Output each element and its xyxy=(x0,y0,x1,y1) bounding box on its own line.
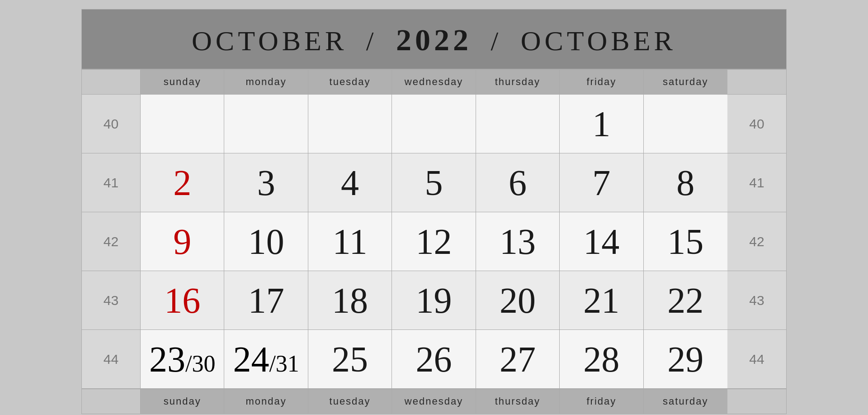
col-header-friday: friday xyxy=(560,70,643,95)
corner-empty-tl xyxy=(82,70,141,95)
footer-friday: friday xyxy=(560,389,643,414)
footer-saturday: saturday xyxy=(644,389,727,414)
day-cell-22: 22 xyxy=(644,271,727,330)
day-cell-20: 20 xyxy=(476,271,560,330)
header-title: OCTOBER / 2022 / OCTOBER xyxy=(192,22,676,58)
day-cell-4: 4 xyxy=(308,153,392,212)
day-cell-15: 15 xyxy=(644,212,727,271)
day-cell-16: 16 xyxy=(141,271,224,330)
left-month: OCTOBER xyxy=(192,25,347,56)
day-cell-empty-4: · xyxy=(392,95,476,153)
week-num-43-right: 43 xyxy=(727,271,786,330)
footer-monday: monday xyxy=(224,389,308,414)
double-date-24-31: 24 / 31 xyxy=(233,341,299,377)
day-cell-empty-3: · xyxy=(308,95,392,153)
calendar-header: OCTOBER / 2022 / OCTOBER xyxy=(82,10,786,70)
day-cell-5: 5 xyxy=(392,153,476,212)
calendar: OCTOBER / 2022 / OCTOBER sunday monday t… xyxy=(81,9,787,414)
day-cell-9: 9 xyxy=(141,212,224,271)
day-cell-empty-1: · xyxy=(141,95,224,153)
slash1: / xyxy=(366,26,377,56)
sub-date-31-slash: / xyxy=(269,352,275,376)
double-date-23-30: 23 / 30 xyxy=(149,341,215,377)
day-cell-3: 3 xyxy=(224,153,308,212)
calendar-wrapper: OCTOBER / 2022 / OCTOBER sunday monday t… xyxy=(72,0,796,415)
sub-date-30: / xyxy=(185,352,192,376)
week-num-42: 42 xyxy=(82,212,141,271)
footer-thursday: thursday xyxy=(476,389,560,414)
day-cell-empty-2: · xyxy=(224,95,308,153)
day-cell-28: 28 xyxy=(560,330,643,389)
day-cell-24-31: 24 / 31 xyxy=(224,330,308,389)
day-cell-12: 12 xyxy=(392,212,476,271)
day-cell-6: 6 xyxy=(476,153,560,212)
week-num-40-right: 40 xyxy=(727,95,786,153)
day-cell-18: 18 xyxy=(308,271,392,330)
day-cell-13: 13 xyxy=(476,212,560,271)
week-num-43: 43 xyxy=(82,271,141,330)
corner-empty-br xyxy=(727,389,786,414)
day-cell-27: 27 xyxy=(476,330,560,389)
week-num-44-right: 44 xyxy=(727,330,786,389)
col-header-sunday: sunday xyxy=(141,70,224,95)
day-cell-empty-6: · xyxy=(644,95,727,153)
footer-sunday: sunday xyxy=(141,389,224,414)
day-cell-11: 11 xyxy=(308,212,392,271)
day-cell-21: 21 xyxy=(560,271,643,330)
footer-tuesday: tuesday xyxy=(308,389,392,414)
day-cell-19: 19 xyxy=(392,271,476,330)
day-cell-14: 14 xyxy=(560,212,643,271)
calendar-grid: sunday monday tuesday wednesday thursday… xyxy=(82,70,786,414)
day-cell-1: 1 xyxy=(560,95,643,153)
day-cell-26: 26 xyxy=(392,330,476,389)
day-cell-8: 8 xyxy=(644,153,727,212)
day-cell-17: 17 xyxy=(224,271,308,330)
week-num-44: 44 xyxy=(82,330,141,389)
right-month: OCTOBER xyxy=(521,25,676,56)
slash2: / xyxy=(491,26,502,56)
corner-empty-bl xyxy=(82,389,141,414)
col-header-thursday: thursday xyxy=(476,70,560,95)
day-cell-29: 29 xyxy=(644,330,727,389)
corner-empty-tr xyxy=(727,70,786,95)
year: 2022 xyxy=(396,23,472,57)
day-cell-empty-5: · xyxy=(476,95,560,153)
day-cell-10: 10 xyxy=(224,212,308,271)
day-cell-25: 25 xyxy=(308,330,392,389)
week-num-41-right: 41 xyxy=(727,153,786,212)
day-cell-7: 7 xyxy=(560,153,643,212)
day-cell-23-30: 23 / 30 xyxy=(141,330,224,389)
col-header-monday: monday xyxy=(224,70,308,95)
col-header-wednesday: wednesday xyxy=(392,70,476,95)
day-cell-2: 2 xyxy=(141,153,224,212)
week-num-41: 41 xyxy=(82,153,141,212)
footer-wednesday: wednesday xyxy=(392,389,476,414)
week-num-42-right: 42 xyxy=(727,212,786,271)
col-header-tuesday: tuesday xyxy=(308,70,392,95)
col-header-saturday: saturday xyxy=(644,70,727,95)
week-num-40: 40 xyxy=(82,95,141,153)
